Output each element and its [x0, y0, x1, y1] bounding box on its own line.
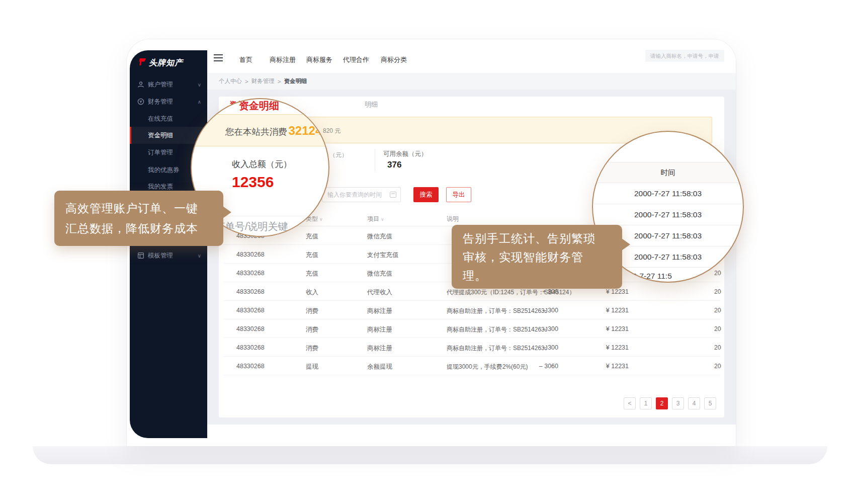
cell-type: 充值 [306, 232, 318, 241]
sidebar-item-label: 在线充值 [148, 115, 173, 123]
tab-fragment[interactable]: 明细 [365, 100, 378, 109]
nav-item-tm-class[interactable]: 商标分类 [381, 55, 407, 64]
chevron-down-icon: ∨ [198, 82, 201, 88]
callout-arrow-icon [223, 206, 231, 218]
pagination-page-3[interactable]: 3 [672, 397, 684, 409]
cell-order: 48330268 [236, 270, 265, 277]
sidebar-item-label: 财务管理 [148, 98, 173, 106]
table-row: 48330268 消费 商标注册 商标自助注册，订单号：SB2514263J –… [223, 338, 720, 357]
callout-left: 高效管理账户订单、一键 汇总数据，降低财务成本 [54, 191, 223, 246]
breadcrumb-item[interactable]: 财务管理 [251, 77, 275, 85]
chevron-up-icon: ∧ [198, 99, 201, 105]
cell-balance: ¥ 12231 [566, 307, 629, 314]
lens-income-label: 收入总额（元） [232, 158, 292, 170]
page: 头牌知产 账户管理 ∨ 财务管理 ∧ 在线充值 资金明细 [0, 0, 853, 504]
sidebar-item-finance[interactable]: 财务管理 ∧ [130, 93, 207, 110]
lens-tab-fragment: 资金明细 [239, 99, 279, 113]
pagination-page-4[interactable]: 4 [688, 397, 700, 409]
calendar-icon[interactable] [390, 192, 396, 198]
cell-type: 充值 [306, 270, 318, 278]
pagination-page-1[interactable]: 1 [640, 397, 652, 409]
cell-order: 48330268 [236, 363, 265, 370]
cell-project: 微信充值 [367, 270, 392, 278]
cell-type: 消费 [306, 307, 318, 315]
header-desc: 说明 [447, 215, 459, 223]
header-project[interactable]: 项目∨ [367, 215, 384, 223]
stat-balance-label: 可用余额（元） [383, 150, 428, 158]
cell-amount: + 300 [500, 288, 558, 295]
brand-logo: 头牌知产 [138, 57, 183, 68]
lens-income-value: 12356 [232, 174, 274, 191]
stat-divider [375, 149, 375, 172]
callout-left-line: 汇总数据，降低财务成本 [65, 218, 223, 238]
callout-left-line: 高效管理账户订单、一键 [65, 198, 223, 218]
cell-order: 48330268 [236, 325, 265, 332]
pagination-page-5[interactable]: 5 [704, 397, 716, 409]
pagination-prev[interactable]: < [624, 397, 636, 409]
date-query-input[interactable] [322, 187, 401, 202]
cell-type: 消费 [306, 325, 318, 334]
cell-amount: – 300 [500, 325, 558, 332]
sidebar-item-label: 我的优惠券 [148, 166, 180, 175]
sidebar-item-account[interactable]: 账户管理 ∨ [130, 76, 207, 93]
sidebar-item-label: 资金明细 [148, 131, 173, 140]
cell-type: 收入 [306, 288, 318, 297]
nav-item-tm-register[interactable]: 商标注册 [270, 55, 296, 64]
cell-balance: ¥ 12231 [566, 288, 629, 295]
hamburger-icon[interactable] [214, 54, 223, 63]
nav-item-agent[interactable]: 代理合作 [343, 55, 369, 64]
cell-type: 充值 [306, 251, 318, 260]
cell-time: 2000-7-27 11:58:03 [714, 344, 721, 351]
callout-right-line: 理。 [463, 267, 622, 285]
breadcrumb-separator: > [278, 78, 281, 85]
pagination: < 1 2 3 4 5 [624, 397, 716, 409]
finance-icon [137, 98, 145, 106]
sidebar-item-label: 账户管理 [148, 80, 173, 89]
callout-right-line: 告别手工统计、告别繁琐 [463, 229, 622, 248]
cell-type: 提现 [306, 363, 318, 371]
sidebar-item-label: 模板管理 [148, 251, 173, 260]
cell-amount: – 3060 [500, 363, 558, 370]
nav-item-tm-service[interactable]: 商标服务 [306, 55, 332, 64]
laptop-base [33, 446, 827, 464]
search-input[interactable] [645, 50, 724, 62]
sidebar-item-template[interactable]: 模板管理 ∨ [130, 247, 207, 264]
table-row: 48330268 提现 余额提现 提现3000元，手续费2%(60元) – 30… [223, 357, 720, 375]
cell-project: 商标注册 [367, 344, 392, 353]
export-button[interactable]: 导出 [446, 187, 471, 202]
stat-balance-value: 376 [387, 160, 401, 170]
cell-time: 2000-7-27 11:58:03 [714, 325, 721, 332]
nav-item-home[interactable]: 首页 [239, 55, 252, 64]
sidebar-item-online-recharge[interactable]: 在线充值 [130, 110, 207, 127]
breadcrumb-item[interactable]: 个人中心 [219, 77, 242, 85]
cell-project: 余额提现 [367, 363, 392, 371]
cell-order: 48330268 [236, 251, 265, 258]
breadcrumb-current: 资金明细 [284, 77, 307, 85]
person-icon [137, 80, 145, 89]
brand-logo-icon [138, 57, 147, 68]
table-row: 48330268 消费 商标注册 商标自助注册，订单号：SB2514263J –… [223, 319, 720, 338]
cell-project: 商标注册 [367, 307, 392, 315]
pagination-page-2[interactable]: 2 [656, 397, 668, 409]
chevron-down-icon: ∨ [198, 253, 201, 259]
cell-amount: – 300 [500, 307, 558, 314]
sidebar-item-label: 订单管理 [148, 148, 173, 157]
cell-amount: – 300 [500, 344, 558, 351]
cell-project: 微信充值 [367, 232, 392, 241]
breadcrumb: 个人中心 > 财务管理 > 资金明细 [207, 73, 736, 90]
cell-time: 2000-7-27 11:58:03 [714, 270, 721, 277]
cell-project: 商标注册 [367, 325, 392, 334]
template-icon [137, 251, 145, 260]
stat-middle-label: （元） [329, 151, 348, 159]
cell-balance: ¥ 12231 [566, 325, 629, 332]
lens-banner-text: 您在本站共消费32124大 [225, 124, 329, 138]
lens-time-header: 时间 [593, 162, 743, 183]
breadcrumb-separator: > [245, 78, 248, 85]
sort-caret-icon: ∨ [381, 217, 384, 222]
lens-time-row: 2000-7-27 11:58:03 [593, 204, 743, 225]
search-button[interactable]: 搜索 [413, 187, 439, 202]
cell-order: 48330268 [236, 344, 265, 351]
cell-time: 2000-7-27 11:58:03 [714, 363, 721, 370]
sort-caret-icon: ∨ [319, 217, 323, 222]
cell-time: 2000-7-27 11:58:03 [714, 288, 721, 295]
